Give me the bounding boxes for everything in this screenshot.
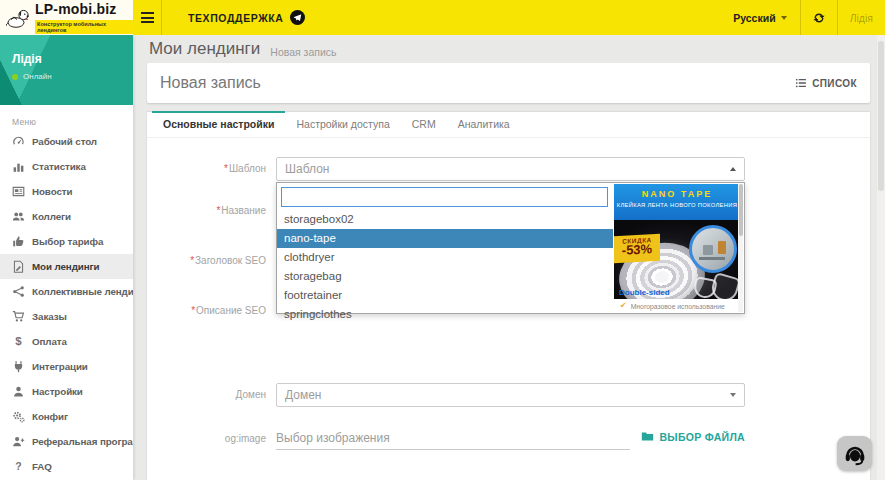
sidebar-item-faq[interactable]: ?FAQ bbox=[0, 454, 133, 479]
preview-inset-photo bbox=[689, 225, 737, 273]
sidebar-item-label: Настройки bbox=[32, 386, 83, 397]
chevron-down-icon bbox=[781, 16, 787, 20]
language-select[interactable]: Русский bbox=[720, 0, 799, 35]
domain-select[interactable]: Домен bbox=[276, 383, 745, 407]
support-link[interactable]: ТЕХПОДДЕРЖКА bbox=[188, 0, 305, 35]
form: *Шаблон Шаблон storagebox02nano-tapeclot… bbox=[147, 138, 870, 451]
brand-tagline: Конструктор мобильных лендингов bbox=[35, 20, 133, 34]
sidebar-item-коллеги[interactable]: Коллеги bbox=[0, 204, 133, 229]
telegram-icon bbox=[290, 10, 305, 25]
caret-up-icon bbox=[730, 167, 736, 171]
brand-name: LP-mobi.biz bbox=[35, 1, 117, 17]
user-menu[interactable]: Лідія bbox=[838, 0, 885, 35]
template-options-list: storagebox02nano-tapeclothdryerstorageba… bbox=[277, 210, 613, 324]
dog-mascot-icon bbox=[5, 7, 31, 29]
sidebar-item-label: Выбор тарифа bbox=[32, 236, 103, 247]
sidebar-item-label: Интеграции bbox=[32, 361, 88, 372]
sidebar-menu: Рабочий столСтатистикаНовостиКоллегиВыбо… bbox=[0, 129, 133, 479]
topbar-divider bbox=[161, 0, 162, 35]
dropdown-option[interactable]: storagebox02 bbox=[277, 210, 613, 229]
sidebar-item-label: Конфиг bbox=[32, 411, 68, 422]
question-icon: ? bbox=[12, 460, 25, 473]
seo-title-field-label: *Заголовок SEO bbox=[147, 249, 276, 273]
sidebar-item-выбор-тарифа[interactable]: Выбор тарифа bbox=[0, 229, 133, 254]
preview-feature-row: ✔ Многоразовое использование bbox=[614, 299, 740, 313]
og-image-input[interactable] bbox=[276, 427, 630, 449]
sidebar-item-оплата[interactable]: $Оплата bbox=[0, 329, 133, 354]
dropdown-option[interactable]: springclothes bbox=[277, 305, 613, 324]
sidebar: Лідія Онлайн Меню Рабочий столСтатистика… bbox=[0, 35, 133, 480]
tab-crm[interactable]: CRM bbox=[401, 112, 447, 137]
edit-panel: Основные настройкиНастройки доступаCRMАн… bbox=[147, 111, 870, 480]
dollar-icon: $ bbox=[12, 335, 25, 348]
breadcrumb-section: Мои лендинги bbox=[149, 39, 260, 59]
template-search-input[interactable] bbox=[281, 187, 608, 207]
plug-icon bbox=[12, 360, 25, 373]
dropdown-scrollbar[interactable] bbox=[738, 184, 743, 312]
choose-file-button[interactable]: ВЫБОР ФАЙЛА bbox=[641, 430, 745, 443]
template-preview-thumbnail: NANO TAPE КЛЕЙКАЯ ЛЕНТА НОВОГО ПОКОЛЕНИЯ… bbox=[614, 184, 740, 313]
check-icon: ✔ bbox=[620, 299, 627, 313]
tab-настройки-доступа[interactable]: Настройки доступа bbox=[285, 112, 400, 137]
sidebar-item-реферальная-программа[interactable]: Реферальная программа bbox=[0, 429, 133, 454]
sidebar-item-label: Мои лендинги bbox=[32, 261, 99, 272]
sidebar-item-конфиг[interactable]: Конфиг bbox=[0, 404, 133, 429]
landing-file-icon bbox=[12, 260, 25, 273]
topbar: LP-mobi.biz Конструктор мобильных лендин… bbox=[0, 0, 885, 35]
sidebar-item-рабочий-стол[interactable]: Рабочий стол bbox=[0, 129, 133, 154]
tape-strip-image bbox=[709, 272, 740, 299]
sidebar-item-label: Оплата bbox=[32, 336, 67, 347]
sidebar-item-label: Реферальная программа bbox=[32, 436, 133, 447]
template-select[interactable]: Шаблон bbox=[276, 157, 745, 181]
share-icon bbox=[12, 285, 25, 298]
app-logo[interactable]: LP-mobi.biz Конструктор мобильных лендин… bbox=[0, 0, 133, 35]
gears-icon bbox=[12, 410, 25, 423]
support-chat-button[interactable] bbox=[837, 436, 872, 471]
tab-основные-настройки[interactable]: Основные настройки bbox=[152, 112, 285, 137]
scrollbar-thumb[interactable] bbox=[878, 41, 884, 191]
caret-down-icon bbox=[730, 393, 736, 397]
sidebar-item-настройки[interactable]: Настройки bbox=[0, 379, 133, 404]
discount-badge: СКИДКА -53% bbox=[614, 234, 660, 263]
profile-name: Лідія bbox=[12, 52, 42, 66]
sidebar-item-label: Рабочий стол bbox=[32, 136, 97, 147]
sidebar-item-label: Заказы bbox=[32, 311, 67, 322]
sidebar-item-label: FAQ bbox=[32, 461, 52, 472]
breadcrumb: Мои лендинги Новая запись bbox=[133, 35, 875, 63]
preview-subtitle: КЛЕЙКАЯ ЛЕНТА НОВОГО ПОКОЛЕНИЯ bbox=[614, 202, 740, 208]
dashboard-icon bbox=[12, 135, 25, 148]
headset-icon bbox=[843, 442, 867, 466]
refresh-button[interactable] bbox=[801, 0, 837, 35]
sidebar-item-заказы[interactable]: Заказы bbox=[0, 304, 133, 329]
list-button[interactable]: СПИСОК bbox=[795, 77, 857, 89]
stats-icon bbox=[12, 160, 25, 173]
menu-toggle-icon[interactable] bbox=[133, 0, 161, 35]
refresh-icon bbox=[813, 12, 825, 24]
name-field-label: *Название bbox=[147, 199, 276, 223]
sidebar-item-коллективные-лендинги[interactable]: Коллективные лендинги bbox=[0, 279, 133, 304]
breadcrumb-page: Новая запись bbox=[270, 46, 336, 58]
preview-product-image: СКИДКА -53% Double-sided bbox=[614, 220, 740, 299]
dropdown-option[interactable]: clothdryer bbox=[277, 248, 613, 267]
dropdown-option[interactable]: nano-tape bbox=[277, 229, 613, 248]
sidebar-item-новости[interactable]: Новости bbox=[0, 179, 133, 204]
sidebar-item-статистика[interactable]: Статистика bbox=[0, 154, 133, 179]
template-dropdown: storagebox02nano-tapeclothdryerstorageba… bbox=[276, 182, 745, 314]
news-icon bbox=[12, 185, 25, 198]
dropdown-option[interactable]: footretainer bbox=[277, 286, 613, 305]
user-plus-icon bbox=[12, 435, 25, 448]
sidebar-item-мои-лендинги[interactable]: Мои лендинги bbox=[0, 254, 133, 279]
colleagues-icon bbox=[12, 210, 25, 223]
preview-header: NANO TAPE КЛЕЙКАЯ ЛЕНТА НОВОГО ПОКОЛЕНИЯ bbox=[614, 184, 740, 220]
list-icon bbox=[795, 77, 807, 89]
seo-description-field-label: *Описание SEO bbox=[147, 299, 276, 323]
window-scrollbar[interactable] bbox=[877, 35, 885, 480]
sidebar-item-label: Коллективные лендинги bbox=[32, 286, 133, 297]
page-title: Новая запись bbox=[160, 74, 261, 92]
online-status-dot bbox=[12, 74, 18, 80]
tab-аналитика[interactable]: Аналитика bbox=[447, 112, 521, 137]
preview-feature-text: Многоразовое использование bbox=[631, 303, 725, 310]
dropdown-option[interactable]: storagebag bbox=[277, 267, 613, 286]
sidebar-item-интеграции[interactable]: Интеграции bbox=[0, 354, 133, 379]
online-status-label: Онлайн bbox=[23, 72, 52, 81]
